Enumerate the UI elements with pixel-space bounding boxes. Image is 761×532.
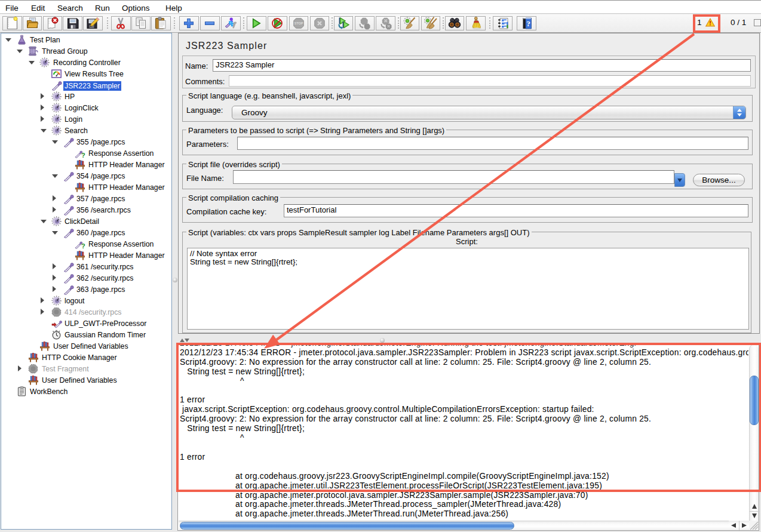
svg-text:?: ? xyxy=(81,152,85,159)
svg-text:?: ? xyxy=(81,242,85,250)
svg-text:?: ? xyxy=(526,19,530,28)
svg-text:STOP: STOP xyxy=(294,21,303,25)
